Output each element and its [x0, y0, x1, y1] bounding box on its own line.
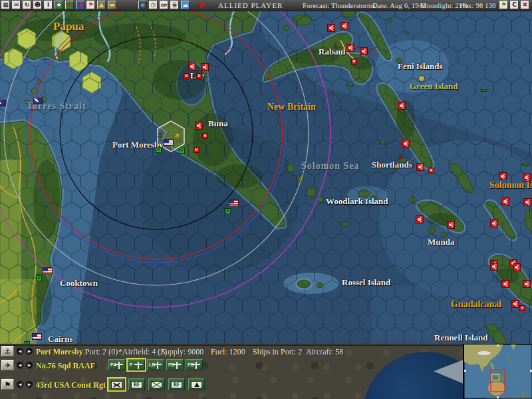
prev-unit-button[interactable]: ◀ — [16, 380, 24, 388]
japanese-base-marker[interactable] — [416, 163, 424, 171]
allied-unit-marker[interactable]: × — [225, 208, 231, 214]
world-icon[interactable]: ◉ — [138, 1, 147, 9]
turn-icon[interactable]: ↻ — [23, 1, 31, 9]
ground-unit-button-engineer[interactable] — [108, 378, 125, 390]
air-combat-icon[interactable]: ✚ — [65, 1, 74, 9]
japanese-base-marker[interactable] — [447, 221, 455, 229]
end-turn-button[interactable]: ▶ — [198, 1, 207, 9]
info-panel: ⚓ ◀ ▶ Port Moresby Port: 2 (0) *Airfield… — [0, 344, 532, 399]
next-unit-button[interactable]: ▶ — [25, 380, 33, 388]
australian-flag-marker[interactable] — [0, 100, 6, 106]
japanese-base-marker[interactable] — [340, 22, 348, 30]
japanese-base-marker[interactable] — [360, 47, 368, 55]
victory-icon[interactable]: ★ — [55, 1, 63, 9]
japanese-base-marker[interactable] — [398, 102, 406, 110]
air-type-button-fb[interactable]: FB — [186, 359, 203, 370]
japanese-base-marker[interactable] — [523, 280, 531, 288]
anchor-icon[interactable]: ⚓ — [157, 132, 164, 139]
plane-icon — [192, 362, 200, 369]
japanese-unit-marker[interactable]: × — [202, 133, 208, 139]
anchor-icon[interactable]: ⚓ — [332, 43, 339, 50]
japanese-base-marker[interactable] — [201, 63, 209, 71]
anchor-icon[interactable]: ⚓ — [398, 153, 404, 160]
japanese-unit-marker[interactable]: × — [184, 73, 190, 79]
operations-icon[interactable]: OP — [160, 1, 168, 9]
japanese-base-marker[interactable] — [346, 44, 354, 52]
japanese-base-marker[interactable] — [501, 198, 509, 205]
us-flag-marker[interactable] — [43, 267, 53, 274]
air-type-button-fb[interactable]: FB — [166, 359, 184, 370]
clock-icon[interactable]: ◷ — [149, 1, 158, 9]
weather-icon[interactable]: ☁ — [181, 1, 190, 9]
commanders-icon[interactable]: ☻ — [33, 1, 42, 9]
next-airgroup-button[interactable]: ▶ — [25, 361, 33, 369]
japanese-base-marker[interactable] — [523, 174, 531, 182]
reports-icon[interactable]: ≣ — [170, 1, 179, 9]
japanese-base-marker[interactable] — [402, 140, 410, 148]
japanese-base-marker[interactable] — [490, 219, 498, 227]
ground-unit-button-bf[interactable]: BF — [128, 378, 145, 390]
camp-symbol-icon — [191, 381, 202, 388]
air-type-code: F — [130, 362, 132, 367]
mail-icon[interactable]: ✉ — [12, 1, 21, 9]
allied-unit-marker[interactable]: × — [36, 275, 42, 281]
us-flag-marker[interactable] — [229, 200, 239, 206]
ground-unit-buttons: BFBF — [108, 378, 205, 390]
ship-marker[interactable] — [346, 84, 354, 86]
engineer-symbol-icon — [111, 381, 122, 388]
japanese-base-marker[interactable] — [501, 280, 509, 288]
sub-ops-icon[interactable]: ▲ — [97, 1, 106, 9]
ground-unit-name[interactable]: 43rd USA Const Rgt — [36, 380, 106, 390]
ship-ops-icon[interactable]: ▬ — [108, 1, 116, 9]
exit-icon[interactable]: ✖ — [521, 1, 529, 9]
ship-marker[interactable] — [379, 142, 386, 144]
japanese-base-marker[interactable] — [499, 172, 507, 180]
ship-marker[interactable] — [521, 163, 529, 166]
ground-unit-button-bf[interactable]: BF — [168, 378, 185, 390]
ground-unit-button-camp[interactable] — [188, 378, 205, 390]
hex-coords-label: Hex: 98 130 — [460, 1, 495, 9]
naval-combat-icon[interactable]: ✚ — [76, 1, 84, 9]
us-flag-marker[interactable] — [32, 333, 42, 340]
air-group-name[interactable]: No.76 Sqd RAAF — [36, 361, 95, 371]
prev-base-button[interactable]: ◀ — [16, 347, 24, 355]
base-port-stat: Port: 2 (0) — [85, 347, 118, 357]
us-flag-marker[interactable] — [164, 139, 174, 146]
allied-unit-marker[interactable]: × — [179, 148, 185, 154]
japanese-base-marker[interactable] — [513, 263, 521, 271]
base-mode-button[interactable]: ⚓ — [1, 346, 14, 356]
japanese-unit-marker[interactable]: × — [351, 59, 357, 65]
japanese-base-marker[interactable] — [416, 215, 424, 223]
prev-airgroup-button[interactable]: ◀ — [16, 361, 24, 369]
save-icon[interactable]: ▦ — [1, 1, 10, 9]
ground-unit-button-infantry[interactable] — [148, 378, 165, 390]
green-flag-icon[interactable]: ⚑ — [499, 1, 508, 9]
flag-report-icon[interactable]: ⚑ — [86, 1, 95, 9]
air-type-button-lb[interactable]: LB — [147, 359, 164, 370]
allied-unit-marker[interactable]: × — [156, 147, 162, 153]
japanese-base-marker[interactable] — [490, 263, 498, 271]
air-mode-button[interactable]: ✈ — [1, 360, 14, 370]
combat-anim-icon[interactable]: C — [510, 1, 519, 9]
japanese-base-marker[interactable] — [327, 24, 335, 32]
japanese-unit-marker[interactable]: × — [519, 305, 525, 311]
air-type-button-pa[interactable]: PA — [108, 359, 126, 370]
info-icon[interactable]: i — [44, 1, 53, 9]
ground-mode-button[interactable]: ⚑ — [1, 379, 14, 390]
japanese-base-marker[interactable] — [511, 300, 519, 308]
japanese-unit-marker[interactable]: × — [428, 168, 434, 174]
japanese-unit-marker[interactable]: × — [196, 73, 202, 79]
japanese-base-marker[interactable] — [523, 198, 531, 206]
next-base-button[interactable]: ▶ — [25, 347, 33, 355]
japanese-base-marker[interactable] — [195, 122, 203, 130]
japanese-unit-marker[interactable]: × — [194, 147, 200, 153]
minimap[interactable] — [463, 344, 532, 399]
air-type-button-f[interactable]: F — [128, 359, 145, 370]
japanese-base-marker[interactable] — [188, 63, 196, 70]
base-name[interactable]: Port Moresby — [36, 347, 83, 357]
toolbar-right-icons: ⚑C✖ — [499, 1, 529, 9]
map-viewport[interactable]: PapuaTorres StraitPort MoresbyLaeBunaNew… — [0, 11, 532, 344]
australian-flag-marker[interactable] — [33, 98, 43, 104]
ship-marker[interactable] — [480, 89, 487, 92]
bf-symbol-icon: BF — [131, 381, 142, 388]
